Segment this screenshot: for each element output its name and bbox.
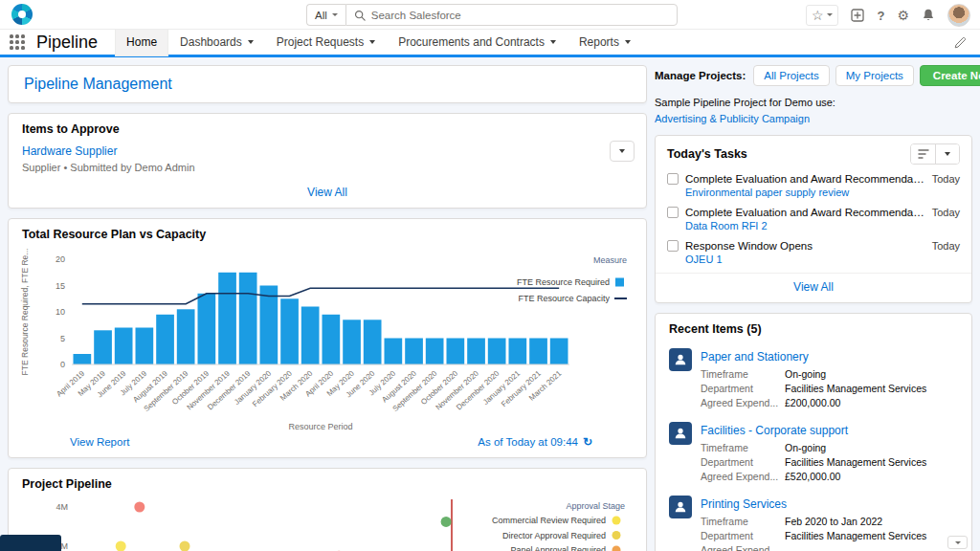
task-due-date: Today [932,207,960,218]
my-projects-button[interactable]: My Projects [835,65,914,86]
tab-project-requests[interactable]: Project Requests [265,29,387,56]
search-scope-select[interactable]: All [306,4,345,26]
field-label: Timeframe [701,368,785,380]
tasks-menu-button[interactable] [935,144,959,164]
svg-text:Director Approval Required: Director Approval Required [502,531,606,540]
chevron-down-icon [369,40,375,44]
record-field-row: DepartmentFacilities Management Services [701,383,958,394]
chevron-down-icon [248,40,254,44]
todays-tasks-title: Today's Tasks [667,147,747,161]
avatar[interactable] [947,4,970,27]
chevron-down-icon [955,541,961,544]
field-value: On-going [785,442,958,453]
record-field-row: TimeframeOn-going [701,368,958,380]
pipeline-chart-wrap: 4M3.2M2.4MExpenditureApproval StageComme… [9,496,646,551]
recent-item: Facilities - Corporate support Timeframe… [656,414,971,488]
field-label: Agreed Expend... [701,471,785,482]
task-due-date: Today [932,173,960,185]
edit-page-icon[interactable] [954,36,967,49]
task-checkbox[interactable] [667,240,679,252]
task-checkbox[interactable] [667,173,679,185]
resource-chart-footer: View Report As of Today at 09:44 [9,435,646,457]
search-icon [354,10,366,21]
chevron-down-icon [332,13,338,16]
record-field-row: TimeframeOn-going [701,442,958,453]
record-field-row: Agreed Expend... [701,544,958,551]
recent-items-title: Recent Items (5) [656,314,971,341]
sort-icon[interactable] [911,144,935,164]
bell-icon[interactable] [922,8,935,22]
recent-item-link[interactable]: Paper and Stationery [701,350,958,364]
recent-item-link[interactable]: Facilities - Corporate support [701,424,958,437]
tab-label: Procurements and Contracts [398,35,545,49]
tab-label: Home [126,35,157,49]
recent-item: Paper and Stationery TimeframeOn-goingDe… [656,341,971,414]
global-search-input[interactable] [371,10,669,21]
record-fields: TimeframeFeb 2020 to Jan 2022DepartmentF… [701,516,958,551]
task-related-link[interactable]: Environmental paper supply review [685,187,960,198]
tab-reports[interactable]: Reports [568,29,642,56]
nav-tabs: HomeDashboardsProject RequestsProcuremen… [115,29,642,56]
svg-text:Commercial Review Required: Commercial Review Required [492,516,606,525]
view-report-link[interactable]: View Report [70,436,129,448]
record-icon [669,422,692,445]
svg-text:FTE Resource Required: FTE Resource Required [517,277,610,287]
favorites-button[interactable] [806,5,839,26]
record-icon [669,348,692,371]
chevron-down-icon [625,40,631,44]
field-label: Agreed Expend... [701,544,785,551]
svg-text:FTE Resource Capacity: FTE Resource Capacity [518,294,610,303]
tasks-view-all-link[interactable]: View All [793,280,834,294]
tab-label: Project Requests [277,35,364,49]
record-field-row: TimeframeFeb 2020 to Jan 2022 [701,516,958,527]
svg-text:Resource Period: Resource Period [288,422,352,431]
recent-item-link[interactable]: Printing Services [701,497,958,511]
scroll-more-button[interactable] [947,536,968,549]
sample-project-link[interactable]: Advertising & Publicity Campaign [655,113,810,124]
svg-text:4M: 4M [56,502,68,512]
field-label: Department [701,530,785,541]
manage-projects-label: Manage Projects: [655,70,746,81]
global-header: All [0,0,980,30]
tasks-list: Complete Evaluation and Award Recommenda… [656,168,971,269]
tab-procurements-and-contracts[interactable]: Procurements and Contracts [387,29,568,56]
approval-item: Hardware Supplier Supplier • Submitted b… [9,141,646,179]
items-to-approve-card: Items to Approve Hardware Supplier Suppl… [8,113,647,209]
utility-bar[interactable] [0,535,61,551]
project-pipeline-title: Project Pipeline [9,469,646,496]
gear-icon[interactable] [897,7,909,24]
tab-label: Dashboards [180,35,242,49]
as-of-refresh[interactable]: As of Today at 09:44 [478,435,592,449]
field-value: Facilities Management Services [785,383,958,394]
search-scope-label: All [315,10,327,21]
help-icon[interactable] [877,7,884,24]
task-related-link[interactable]: Data Room RFI 2 [685,220,960,231]
approvals-view-all-row: View All [9,179,646,208]
app-launcher-icon[interactable] [10,34,25,50]
task-due-date: Today [932,240,960,252]
chevron-down-icon [827,13,833,16]
all-projects-button[interactable]: All Projects [753,65,830,86]
approvals-view-all-link[interactable]: View All [307,186,347,199]
tab-dashboards[interactable]: Dashboards [168,29,265,56]
add-button[interactable] [851,9,864,22]
tab-home[interactable]: Home [115,29,168,56]
app-name: Pipeline [36,33,98,53]
svg-text:0: 0 [60,360,65,369]
field-label: Timeframe [701,442,785,453]
approval-item-menu-button[interactable] [610,141,635,162]
create-new-button[interactable]: Create New [920,65,980,86]
svg-text:15: 15 [56,281,65,291]
star-icon [812,7,824,24]
todays-tasks-header: Today's Tasks [656,136,971,168]
task-checkbox[interactable] [667,207,679,218]
salesforce-logo [11,4,33,25]
refresh-icon [583,435,592,449]
field-label: Department [701,383,785,394]
chevron-down-icon [619,149,625,153]
recent-item: Printing Services TimeframeFeb 2020 to J… [656,488,971,551]
svg-text:20: 20 [56,254,65,264]
task-related-link[interactable]: OJEU 1 [685,253,960,265]
approval-item-link[interactable]: Hardware Supplier [22,144,117,158]
pipeline-chart: 4M3.2M2.4MExpenditureApproval StageComme… [16,496,636,551]
